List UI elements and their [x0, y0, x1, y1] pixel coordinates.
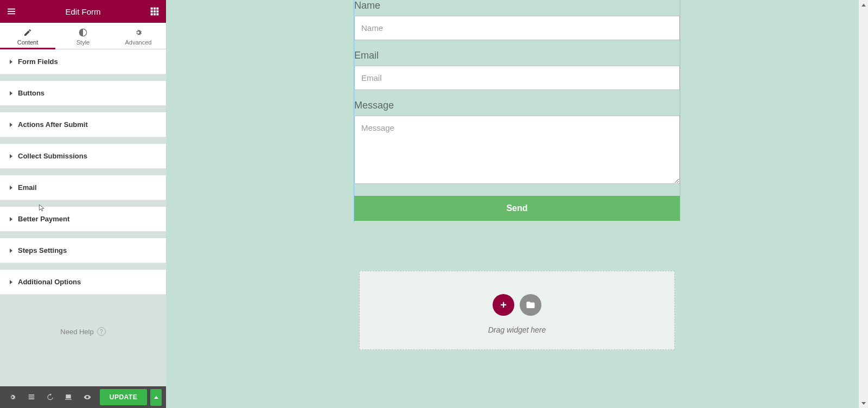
- email-input[interactable]: [354, 66, 680, 90]
- section-steps-settings[interactable]: Steps Settings: [0, 238, 166, 263]
- field-label: Name: [354, 0, 680, 11]
- section-better-payment[interactable]: Better Payment: [0, 207, 166, 232]
- update-button[interactable]: UPDATE: [100, 389, 147, 405]
- section-email[interactable]: Email: [0, 175, 166, 200]
- svg-rect-5: [156, 8, 158, 10]
- update-dropdown[interactable]: [150, 389, 162, 406]
- sidebar-bottom-bar: UPDATE: [0, 386, 166, 408]
- settings-icon[interactable]: [4, 388, 21, 406]
- caret-icon: [10, 123, 12, 127]
- editor-canvas[interactable]: Name Email Message Send + Drag widget he…: [166, 0, 868, 408]
- need-help-link[interactable]: Need Help ?: [0, 327, 166, 336]
- section-actions-after-submit[interactable]: Actions After Submit: [0, 112, 166, 137]
- scroll-up-icon[interactable]: [860, 1, 866, 9]
- widget-dropzone[interactable]: + Drag widget here: [359, 271, 675, 350]
- scroll-down-icon[interactable]: [860, 399, 866, 407]
- pencil-icon: [23, 28, 32, 37]
- svg-rect-6: [151, 10, 153, 12]
- svg-rect-7: [154, 10, 156, 12]
- preview-icon[interactable]: [79, 388, 95, 406]
- field-label: Email: [354, 50, 680, 61]
- add-section-button[interactable]: +: [493, 294, 514, 316]
- caret-icon: [10, 60, 12, 64]
- menu-icon[interactable]: [7, 7, 16, 16]
- form-field-email: Email: [354, 50, 680, 100]
- caret-icon: [10, 186, 12, 190]
- svg-rect-8: [156, 10, 158, 12]
- canvas-scrollbar[interactable]: [859, 0, 868, 408]
- sidebar-title: Edit Form: [16, 7, 150, 16]
- section-buttons[interactable]: Buttons: [0, 81, 166, 106]
- form-field-message: Message: [354, 100, 680, 196]
- sidebar-sections: Form Fields Buttons Actions After Submit…: [0, 49, 166, 386]
- svg-rect-0: [8, 9, 15, 10]
- sidebar-tabs: Content Style Advanced: [0, 23, 166, 49]
- responsive-icon[interactable]: [60, 388, 76, 406]
- tab-label: Style: [76, 39, 90, 46]
- history-icon[interactable]: [42, 388, 58, 406]
- navigator-icon[interactable]: [23, 388, 39, 406]
- send-button[interactable]: Send: [354, 196, 680, 221]
- svg-rect-1: [8, 11, 15, 12]
- caret-icon: [10, 217, 12, 221]
- sidebar-header: Edit Form: [0, 0, 166, 23]
- svg-rect-11: [156, 13, 158, 15]
- tab-label: Content: [17, 39, 39, 46]
- field-label: Message: [354, 100, 680, 111]
- svg-rect-2: [8, 14, 15, 15]
- form-widget[interactable]: Name Email Message Send: [354, 0, 680, 222]
- help-icon: ?: [97, 327, 106, 336]
- widgets-grid-icon[interactable]: [150, 7, 159, 16]
- svg-rect-9: [151, 13, 153, 15]
- message-textarea[interactable]: [354, 116, 680, 184]
- contrast-icon: [79, 28, 87, 37]
- tab-label: Advanced: [125, 39, 152, 46]
- folder-icon: [526, 300, 535, 310]
- tab-advanced[interactable]: Advanced: [111, 23, 166, 49]
- editor-sidebar: Edit Form Content Style Advanced Form Fi…: [0, 0, 166, 408]
- section-collect-submissions[interactable]: Collect Submissions: [0, 144, 166, 169]
- template-library-button[interactable]: [520, 294, 541, 316]
- svg-rect-3: [151, 8, 153, 10]
- caret-icon: [10, 91, 12, 95]
- caret-icon: [10, 248, 12, 253]
- svg-rect-10: [154, 13, 156, 15]
- caret-icon: [10, 280, 12, 284]
- gear-icon: [134, 28, 143, 37]
- tab-style[interactable]: Style: [55, 23, 111, 49]
- section-form-fields[interactable]: Form Fields: [0, 49, 166, 74]
- svg-rect-4: [154, 8, 156, 10]
- caret-icon: [10, 154, 12, 158]
- tab-content[interactable]: Content: [0, 23, 55, 49]
- dropzone-text: Drag widget here: [360, 326, 674, 334]
- name-input[interactable]: [354, 16, 680, 40]
- section-additional-options[interactable]: Additional Options: [0, 270, 166, 295]
- form-field-name: Name: [354, 0, 680, 50]
